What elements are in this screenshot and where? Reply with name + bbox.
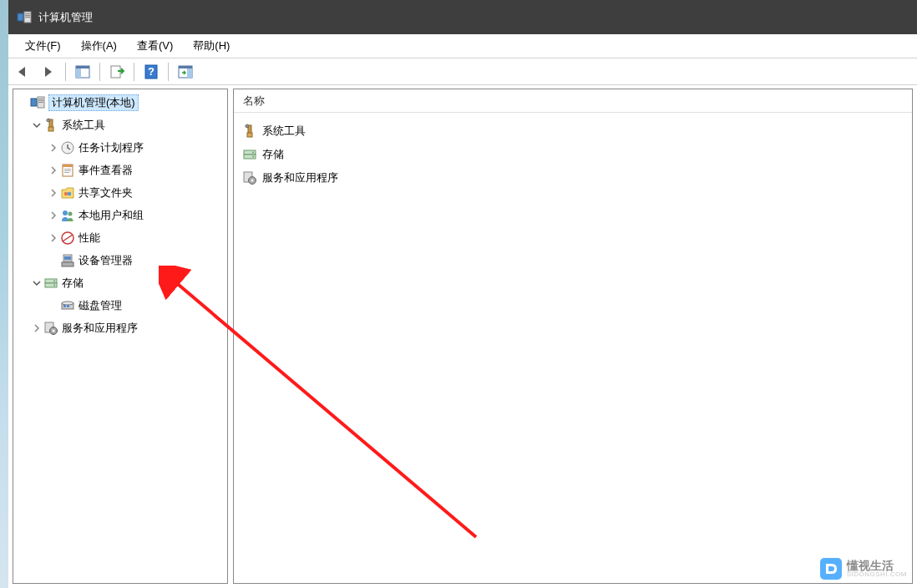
svg-rect-13	[179, 66, 192, 68]
svg-rect-8	[111, 66, 120, 78]
list-item[interactable]: 服务和应用程序	[242, 166, 904, 190]
tree-label: 共享文件夹	[79, 185, 133, 200]
svg-point-40	[62, 302, 73, 305]
list-body[interactable]: 系统工具 存储 服务和应用程序	[234, 113, 912, 583]
menu-bar: 文件(F) 操作(A) 查看(V) 帮助(H)	[8, 34, 917, 58]
watermark-brand: 懂视生活	[847, 560, 907, 571]
tree-task-scheduler[interactable]: 任务计划程序	[47, 136, 227, 159]
collapse-icon[interactable]	[30, 119, 43, 132]
svg-rect-25	[64, 170, 71, 171]
svg-rect-3	[25, 15, 30, 16]
tree-label: 事件查看器	[79, 163, 133, 178]
content-area: 计算机管理(本地)	[8, 85, 917, 588]
svg-rect-47	[247, 133, 252, 137]
help-button[interactable]: ?	[139, 61, 163, 83]
performance-icon	[60, 231, 75, 246]
services-icon	[242, 170, 257, 185]
svg-rect-33	[62, 262, 73, 266]
watermark: 懂视生活 SIDONGSHI.COM	[820, 558, 907, 580]
storage-icon	[242, 147, 257, 162]
tree-root[interactable]: 计算机管理(本地)	[13, 91, 227, 114]
computer-management-window: 计算机管理 文件(F) 操作(A) 查看(V) 帮助(H)	[8, 0, 917, 588]
tree-label: 服务和应用程序	[62, 321, 138, 336]
back-button[interactable]	[12, 61, 35, 83]
export-button[interactable]	[105, 61, 129, 83]
tree-label: 系统工具	[62, 118, 105, 133]
services-icon	[43, 321, 58, 336]
window-title: 计算机管理	[38, 10, 93, 25]
expand-icon[interactable]	[47, 164, 60, 177]
svg-rect-4	[25, 17, 30, 18]
collapse-icon[interactable]	[30, 276, 43, 290]
tree-local-users[interactable]: 本地用户和组	[47, 204, 227, 226]
toolbar-separator	[134, 63, 134, 81]
expand-icon[interactable]	[47, 231, 60, 245]
list-item-label: 服务和应用程序	[262, 170, 338, 185]
users-icon	[60, 208, 75, 223]
tree-shared-folders[interactable]: 共享文件夹	[47, 181, 227, 204]
details-list-panel: 名称 系统工具 存储 服务	[233, 89, 913, 584]
navigation-tree-panel[interactable]: 计算机管理(本地)	[13, 89, 228, 584]
list-item[interactable]: 系统工具	[242, 119, 904, 143]
toolbar-separator	[65, 63, 66, 81]
svg-point-28	[68, 191, 71, 195]
tree-label: 任务计划程序	[79, 140, 144, 155]
tree-label: 磁盘管理	[79, 298, 122, 313]
expand-icon[interactable]	[30, 322, 43, 335]
svg-rect-42	[67, 305, 69, 307]
tree-services[interactable]: 服务和应用程序	[30, 317, 227, 339]
tree-storage[interactable]: 存储	[30, 271, 227, 294]
menu-action[interactable]: 操作(A)	[71, 35, 127, 57]
tree-system-tools[interactable]: 系统工具	[30, 114, 227, 136]
tree-label: 存储	[62, 276, 84, 291]
expand-icon[interactable]	[47, 186, 60, 200]
show-action-pane-button[interactable]	[174, 61, 197, 83]
tree-label: 计算机管理(本地)	[52, 96, 135, 109]
tree-label: 本地用户和组	[79, 208, 144, 223]
system-tools-icon	[242, 124, 257, 139]
show-hide-tree-button[interactable]	[71, 61, 94, 83]
tree-label: 设备管理器	[79, 253, 133, 268]
computer-management-icon	[17, 10, 32, 25]
computer-management-icon	[30, 95, 45, 110]
list-column-header-name[interactable]: 名称	[234, 89, 912, 113]
tree-label: 性能	[79, 231, 100, 246]
toolbar-separator	[99, 63, 100, 81]
svg-point-54	[251, 180, 254, 182]
svg-point-45	[53, 329, 55, 332]
svg-point-38	[53, 284, 55, 286]
watermark-sub: SIDONGSHI.COM	[847, 571, 907, 578]
toolbar-separator	[168, 63, 169, 81]
desktop-background	[0, 0, 8, 588]
event-viewer-icon	[60, 163, 75, 178]
svg-point-37	[53, 280, 55, 281]
toolbar: ?	[8, 58, 917, 85]
svg-rect-23	[63, 165, 73, 167]
expand-icon[interactable]	[47, 141, 60, 155]
system-tools-icon	[43, 118, 58, 133]
svg-text:?: ?	[148, 65, 155, 78]
menu-help[interactable]: 帮助(H)	[183, 35, 240, 57]
svg-rect-0	[18, 13, 23, 21]
storage-icon	[43, 276, 58, 291]
forward-button[interactable]	[37, 61, 60, 83]
tree-performance[interactable]: 性能	[47, 226, 227, 249]
menu-file[interactable]: 文件(F)	[15, 35, 71, 57]
tree-disk-management[interactable]: 磁盘管理	[47, 294, 227, 317]
svg-point-27	[64, 191, 68, 195]
list-item[interactable]: 存储	[242, 143, 904, 166]
disk-management-icon	[60, 298, 75, 313]
svg-point-50	[252, 152, 254, 154]
tree-event-viewer[interactable]: 事件查看器	[47, 159, 227, 181]
svg-rect-34	[64, 256, 71, 260]
tree-device-manager[interactable]: 设备管理器	[47, 249, 227, 271]
title-bar[interactable]: 计算机管理	[8, 0, 917, 34]
svg-point-30	[68, 211, 73, 215]
watermark-logo-icon	[820, 558, 842, 580]
svg-rect-18	[38, 102, 43, 103]
list-item-label: 存储	[262, 147, 284, 162]
svg-rect-41	[63, 305, 66, 307]
svg-rect-20	[48, 127, 53, 131]
expand-icon[interactable]	[47, 209, 60, 222]
menu-view[interactable]: 查看(V)	[127, 35, 183, 57]
